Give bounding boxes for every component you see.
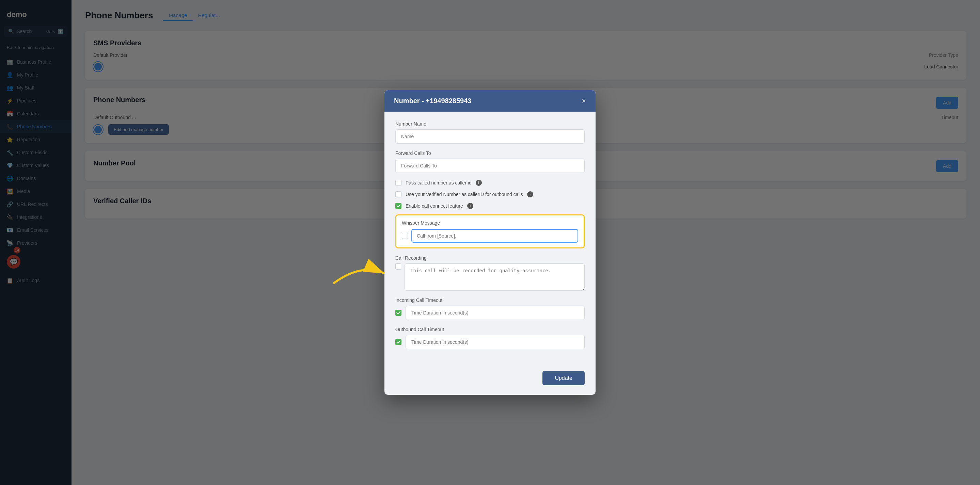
modal-footer: Update [385,366,595,395]
phone-number-modal: Number - +19498285943 × Number Name Forw… [385,90,595,395]
outbound-timeout-input[interactable] [406,335,585,349]
use-verified-number-checkbox[interactable] [395,191,401,197]
use-verified-number-info-icon[interactable]: i [527,191,533,197]
whisper-message-section: Whisper Message [395,215,585,248]
call-recording-label: Call Recording [395,255,585,261]
incoming-timeout-row [395,305,585,320]
update-button[interactable]: Update [542,371,585,385]
call-recording-row [395,264,585,291]
use-verified-number-row: Use your Verified Number as callerID for… [395,191,585,197]
incoming-timeout-checkbox[interactable] [395,310,401,316]
enable-call-connect-info-icon[interactable]: i [467,203,473,209]
outbound-timeout-label: Outbound Call Timeout [395,327,585,332]
call-recording-group: Call Recording [395,255,585,291]
checkmark-icon [396,340,401,344]
enable-call-connect-checkbox[interactable] [395,203,401,209]
incoming-call-timeout-section: Incoming Call Timeout [395,297,585,320]
number-name-input[interactable] [395,129,585,144]
pass-called-number-info-icon[interactable]: i [476,180,482,186]
whisper-message-label: Whisper Message [402,220,578,226]
whisper-message-row [402,229,578,243]
incoming-timeout-label: Incoming Call Timeout [395,297,585,303]
modal-overlay[interactable]: Number - +19498285943 × Number Name Forw… [0,0,980,485]
whisper-message-input[interactable] [411,229,578,243]
modal-title: Number - +19498285943 [394,97,471,105]
modal-body: Number Name Forward Calls To Pass called… [385,111,595,366]
pass-called-number-row: Pass called number as caller id i [395,180,585,186]
outbound-timeout-checkbox[interactable] [395,339,401,345]
number-name-group: Number Name [395,121,585,144]
incoming-timeout-input[interactable] [406,305,585,320]
pass-called-number-label: Pass called number as caller id [406,180,472,186]
checkmark-icon [396,311,401,315]
enable-call-connect-row: Enable call connect feature i [395,203,585,209]
pass-called-number-checkbox[interactable] [395,180,401,186]
call-recording-textarea[interactable] [404,264,585,291]
forward-calls-input[interactable] [395,159,585,173]
whisper-message-checkbox[interactable] [402,233,408,239]
use-verified-number-label: Use your Verified Number as callerID for… [406,192,523,197]
outbound-call-timeout-section: Outbound Call Timeout [395,327,585,349]
call-recording-checkbox[interactable] [395,264,401,270]
number-name-label: Number Name [395,121,585,127]
forward-calls-group: Forward Calls To [395,150,585,173]
forward-calls-label: Forward Calls To [395,150,585,156]
checkmark-icon [396,204,401,208]
modal-close-button[interactable]: × [582,97,586,105]
outbound-timeout-row [395,335,585,349]
enable-call-connect-label: Enable call connect feature [406,203,463,208]
modal-header: Number - +19498285943 × [385,90,595,111]
